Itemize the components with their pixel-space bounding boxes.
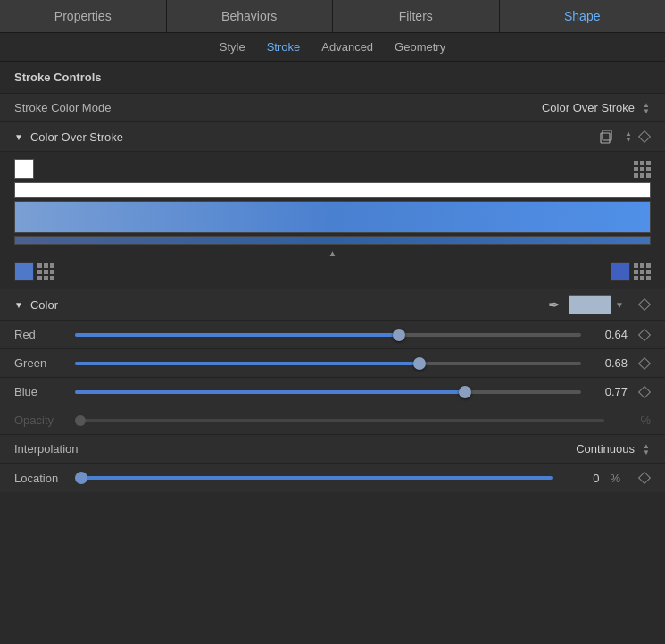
green-slider-thumb[interactable] (413, 357, 426, 370)
stroke-color-mode-text: Color Over Stroke (542, 101, 635, 114)
white-color-swatch[interactable] (14, 159, 34, 179)
color-over-stroke-stepper[interactable]: ▲ ▼ (624, 131, 633, 143)
subtab-advanced[interactable]: Advanced (321, 40, 373, 54)
color-section-header: ▼ Color ✒ ▼ (0, 289, 665, 321)
location-slider-thumb[interactable] (75, 472, 87, 484)
blue-swatch-right[interactable] (611, 262, 630, 281)
interpolation-text: Continuous (576, 442, 635, 456)
opacity-label: Opacity (14, 414, 64, 427)
gradient-controls-bottom (14, 262, 651, 281)
tab-behaviors[interactable]: Behaviors (167, 0, 334, 32)
gradient-preset-icon-top[interactable] (634, 161, 651, 178)
stepper-down[interactable]: ▼ (642, 108, 651, 113)
stroke-color-mode-stepper[interactable]: ▲ ▼ (642, 102, 651, 113)
gradient-preset-icon-bottom-right[interactable] (634, 263, 651, 280)
collapse-triangle-icon[interactable]: ▼ (14, 132, 23, 142)
blue-slider-row: Blue 0.77 (0, 378, 665, 406)
header-icon-group: ▲ ▼ (597, 128, 651, 146)
tab-filters[interactable]: Filters (333, 0, 500, 32)
gradient-bar-blue[interactable] (14, 201, 651, 233)
color-over-stroke-title: Color Over Stroke (30, 130, 597, 144)
color-label: Color (30, 298, 58, 312)
color-over-stroke-header: ▼ Color Over Stroke ▲ ▼ (0, 122, 665, 152)
interpolation-label: Interpolation (14, 442, 79, 456)
location-slider-track[interactable] (75, 476, 553, 480)
location-value: 0 (563, 472, 599, 485)
keyframe-diamond-red[interactable] (638, 329, 651, 341)
subtab-style[interactable]: Style (220, 40, 245, 54)
opacity-row: Opacity % (0, 406, 665, 435)
red-slider-row: Red 0.64 (0, 321, 665, 349)
stroke-controls-header: Stroke Controls (0, 62, 665, 94)
red-value: 0.64 (592, 328, 628, 341)
keyframe-diamond-header[interactable] (638, 130, 651, 143)
red-slider-thumb[interactable] (393, 329, 405, 341)
gradient-controls-top (14, 159, 651, 179)
gradient-bar-dark (14, 236, 651, 245)
subtab-geometry[interactable]: Geometry (395, 40, 445, 54)
keyframe-diamond-green[interactable] (638, 357, 651, 370)
blue-label: Blue (14, 385, 64, 398)
opacity-slider-track[interactable] (75, 419, 604, 422)
green-value: 0.68 (592, 356, 628, 370)
color-collapse-triangle-icon[interactable]: ▼ (14, 300, 23, 310)
sub-tabs-bar: Style Stroke Advanced Geometry (0, 33, 665, 62)
green-slider-row: Green 0.68 (0, 349, 665, 378)
green-slider-track[interactable] (75, 362, 581, 365)
color-swatch-chevron[interactable]: ▼ (615, 300, 624, 310)
stroke-color-mode-row: Stroke Color Mode Color Over Stroke ▲ ▼ (0, 94, 665, 122)
location-percent: % (610, 472, 620, 485)
gradient-preset-icon-bottom-left[interactable] (37, 263, 54, 280)
keyframe-diamond-blue[interactable] (638, 386, 651, 398)
gradient-bar-white (14, 182, 651, 198)
location-label: Location (14, 472, 64, 485)
interp-stepper-down[interactable]: ▼ (642, 449, 651, 455)
opacity-percent: % (615, 414, 651, 427)
opacity-slider-thumb[interactable] (75, 415, 86, 426)
keyframe-diamond-color[interactable] (638, 298, 651, 311)
location-row: Location 0 % (0, 464, 665, 492)
blue-slider-track[interactable] (75, 390, 581, 394)
red-slider-track[interactable] (75, 333, 581, 337)
copy-icon[interactable] (597, 128, 615, 146)
gradient-position-arrow: ▲ (14, 248, 651, 258)
tab-shape[interactable]: Shape (500, 0, 666, 32)
color-swatch-preview[interactable] (569, 295, 611, 314)
interpolation-row: Interpolation Continuous ▲ ▼ (0, 435, 665, 464)
subtab-stroke[interactable]: Stroke (267, 40, 301, 54)
blue-value: 0.77 (592, 385, 628, 398)
stepper-down-cos[interactable]: ▼ (624, 138, 633, 143)
eyedropper-icon[interactable]: ✒ (548, 297, 560, 314)
tab-properties[interactable]: Properties (0, 0, 167, 32)
stroke-color-mode-label: Stroke Color Mode (14, 101, 157, 114)
red-label: Red (14, 328, 64, 341)
stroke-color-mode-value[interactable]: Color Over Stroke ▲ ▼ (542, 101, 651, 114)
interpolation-stepper[interactable]: ▲ ▼ (642, 443, 651, 455)
blue-swatch-left[interactable] (14, 262, 34, 281)
blue-slider-thumb[interactable] (459, 386, 471, 398)
green-label: Green (14, 356, 64, 370)
interpolation-value[interactable]: Continuous ▲ ▼ (576, 442, 651, 456)
top-tabs-bar: Properties Behaviors Filters Shape (0, 0, 665, 33)
keyframe-diamond-location[interactable] (638, 472, 651, 484)
gradient-area: ▲ (0, 152, 665, 289)
